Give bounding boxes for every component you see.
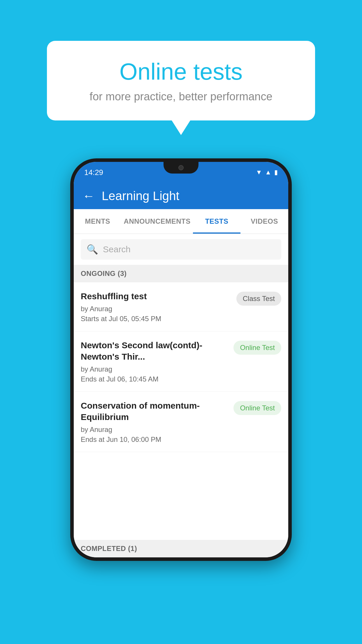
wifi-icon: ▼ xyxy=(256,169,262,176)
completed-section-label: COMPLETED (1) xyxy=(74,540,288,557)
test-info: Newton's Second law(contd)-Newton's Thir… xyxy=(81,340,229,383)
phone-wrapper: 14:29 ▼ ▲ ▮ ← Learning Light MENTS ANNOU… xyxy=(70,158,292,561)
back-button[interactable]: ← xyxy=(82,190,95,202)
search-icon: 🔍 xyxy=(87,244,98,255)
test-item[interactable]: Reshuffling test by Anurag Starts at Jul… xyxy=(74,282,288,331)
tabs-container: MENTS ANNOUNCEMENTS TESTS VIDEOS xyxy=(74,209,288,234)
tab-ments[interactable]: MENTS xyxy=(74,209,122,234)
test-info: Reshuffling test by Anurag Starts at Jul… xyxy=(81,290,232,323)
search-input-wrapper[interactable]: 🔍 Search xyxy=(81,239,281,260)
battery-icon: ▮ xyxy=(274,169,278,176)
phone-screen: 14:29 ▼ ▲ ▮ ← Learning Light MENTS ANNOU… xyxy=(74,162,288,557)
test-info: Conservation of momentum-Equilibrium by … xyxy=(81,400,229,444)
status-icons: ▼ ▲ ▮ xyxy=(256,169,278,176)
app-title: Learning Light xyxy=(102,189,179,203)
bubble-title: Online tests xyxy=(67,58,295,85)
phone-frame: 14:29 ▼ ▲ ▮ ← Learning Light MENTS ANNOU… xyxy=(70,158,292,561)
test-time: Starts at Jul 05, 05:45 PM xyxy=(81,315,232,323)
camera xyxy=(178,165,184,170)
test-item[interactable]: Conservation of momentum-Equilibrium by … xyxy=(74,392,288,452)
signal-icon: ▲ xyxy=(265,169,271,176)
ongoing-section-label: ONGOING (3) xyxy=(74,265,288,282)
test-by: by Anurag xyxy=(81,426,229,434)
search-input[interactable]: Search xyxy=(103,244,131,254)
test-by: by Anurag xyxy=(81,305,232,313)
app-header: ← Learning Light xyxy=(74,183,288,209)
test-time: Ends at Jun 10, 06:00 PM xyxy=(81,435,229,444)
test-by: by Anurag xyxy=(81,365,229,373)
test-badge: Class Test xyxy=(236,292,281,306)
search-container: 🔍 Search xyxy=(74,234,288,265)
tab-videos[interactable]: VIDEOS xyxy=(240,209,288,234)
test-time: Ends at Jul 06, 10:45 AM xyxy=(81,375,229,383)
test-name: Reshuffling test xyxy=(81,290,232,302)
bubble-subtitle: for more practice, better performance xyxy=(67,90,295,103)
test-badge: Online Test xyxy=(233,401,281,415)
tab-announcements[interactable]: ANNOUNCEMENTS xyxy=(122,209,193,234)
test-name: Newton's Second law(contd)-Newton's Thir… xyxy=(81,340,229,362)
status-bar: 14:29 ▼ ▲ ▮ xyxy=(74,162,288,183)
status-time: 14:29 xyxy=(84,168,103,177)
test-list: Reshuffling test by Anurag Starts at Jul… xyxy=(74,282,288,540)
notch xyxy=(164,162,198,174)
test-name: Conservation of momentum-Equilibrium xyxy=(81,400,229,423)
tab-tests[interactable]: TESTS xyxy=(193,209,241,234)
test-item[interactable]: Newton's Second law(contd)-Newton's Thir… xyxy=(74,331,288,392)
test-badge: Online Test xyxy=(233,341,281,355)
speech-bubble: Online tests for more practice, better p… xyxy=(47,41,315,120)
